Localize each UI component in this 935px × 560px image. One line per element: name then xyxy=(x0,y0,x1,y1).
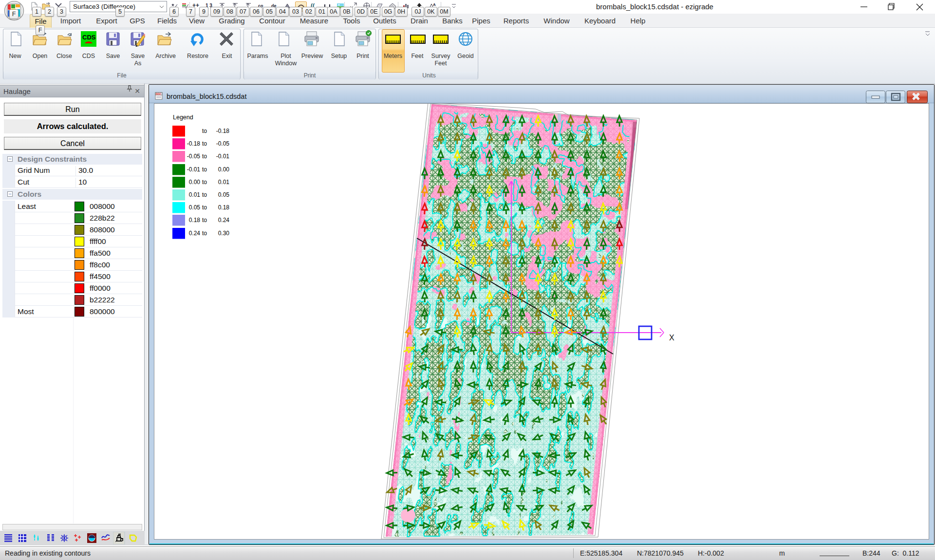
svg-text:DOC: DOC xyxy=(156,93,162,95)
svg-text:0.30: 0.30 xyxy=(218,230,230,237)
svg-text:to: to xyxy=(202,179,207,186)
svg-text:0.05: 0.05 xyxy=(218,191,230,198)
svg-text:0.24: 0.24 xyxy=(189,230,201,237)
svg-text:to: to xyxy=(202,166,207,173)
svg-text:0.05: 0.05 xyxy=(189,204,201,211)
svg-text:to: to xyxy=(202,191,207,198)
svg-text:X: X xyxy=(669,334,674,342)
svg-text:A: A xyxy=(433,2,436,7)
svg-text:-0.05: -0.05 xyxy=(187,153,201,160)
svg-text:to: to xyxy=(202,128,207,134)
svg-text:to: to xyxy=(202,217,207,224)
svg-text:0.01: 0.01 xyxy=(189,191,201,198)
svg-text:Legend: Legend xyxy=(173,114,193,121)
svg-text:to: to xyxy=(202,204,207,211)
svg-text:0.01: 0.01 xyxy=(218,179,230,186)
svg-text:-0.01: -0.01 xyxy=(216,153,230,160)
svg-text:-0.05: -0.05 xyxy=(216,140,230,147)
svg-text:0.18: 0.18 xyxy=(189,217,201,224)
svg-text:0.00: 0.00 xyxy=(218,166,230,173)
svg-text:-0.01: -0.01 xyxy=(187,166,201,173)
svg-text:0.18: 0.18 xyxy=(218,204,230,211)
svg-text:CDS: CDS xyxy=(82,34,96,41)
svg-text:to: to xyxy=(202,153,207,160)
svg-text:-0.18: -0.18 xyxy=(216,128,230,134)
svg-text:to: to xyxy=(202,140,207,147)
svg-text:-0.18: -0.18 xyxy=(187,140,201,147)
svg-text:0.24: 0.24 xyxy=(218,217,230,224)
svg-text:to: to xyxy=(202,230,207,237)
svg-text:0.00: 0.00 xyxy=(189,179,201,186)
